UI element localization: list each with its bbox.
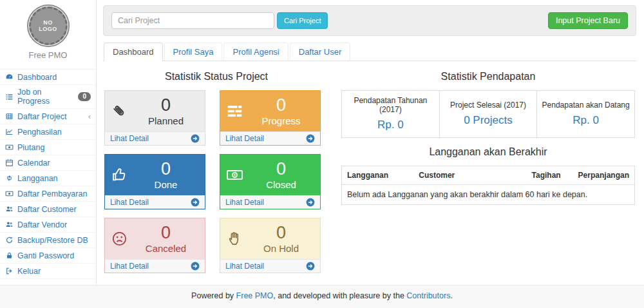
status-card-done: 0DoneLihat Detail (104, 154, 205, 209)
sidebar-item-ganti-password[interactable]: Ganti Password (0, 248, 96, 264)
banknote-icon (226, 166, 248, 184)
sidebar-item-piutang[interactable]: Piutang (0, 140, 96, 155)
sidebar-item-label: Daftar Vendor (17, 220, 67, 229)
search-input[interactable] (111, 12, 274, 29)
brand-logo: NO LOGO Free PMO (0, 0, 96, 65)
footer-text-prefix: Powered by (191, 291, 236, 300)
sign-out-icon (5, 267, 14, 275)
lihat-detail-link[interactable]: Lihat Detail (105, 195, 205, 209)
sidebar-item-langganan[interactable]: Langganan (0, 171, 96, 186)
sidebar-item-dashboard[interactable]: Dashboard (0, 70, 96, 85)
stat-label: Project Selesai (2017) (442, 101, 535, 110)
lihat-detail-label: Lihat Detail (225, 134, 264, 143)
page-footer: Powered by Free PMO, and developed with … (0, 285, 644, 308)
stat-label: Pendapatan Tahunan (2017) (345, 96, 437, 114)
thumbs-up-icon (111, 166, 133, 184)
sidebar-item-label: Job on Progress (17, 88, 74, 106)
sidebar-item-label: Daftar Customer (17, 205, 77, 214)
logo-text-line2: LOGO (39, 26, 57, 32)
arrow-circle-right-icon (191, 134, 200, 143)
no-logo-seal-icon: NO LOGO (29, 6, 68, 45)
status-card-planned: 0PlannedLihat Detail (104, 90, 205, 146)
dashboard-icon (5, 73, 14, 81)
tab-profil-saya[interactable]: Profil Saya (164, 43, 223, 61)
sidebar-item-label: Calendar (17, 159, 50, 168)
status-card-on-hold: 0On HoldLihat Detail (220, 218, 321, 273)
free-pmo-link[interactable]: Free PMO (236, 291, 274, 300)
lihat-detail-label: Lihat Detail (110, 262, 149, 271)
new-project-button[interactable]: Input Project Baru (548, 12, 628, 29)
card-body: 0On Hold (220, 218, 320, 259)
hand-icon (226, 230, 248, 247)
arrow-circle-right-icon (306, 134, 315, 143)
income-stat-pendapatan-tahunan-2017: Pendapatan Tahunan (2017)Rp. 0 (342, 91, 440, 138)
status-card-closed: 0ClosedLihat Detail (220, 154, 321, 209)
card-label: Planned (133, 115, 199, 126)
card-count: 0 (248, 224, 314, 242)
stat-value: Rp. 0 (345, 119, 437, 131)
lihat-detail-link[interactable]: Lihat Detail (220, 259, 320, 273)
sidebar-item-label: Penghasilan (17, 128, 62, 137)
contributors-link[interactable]: Contributors (406, 291, 450, 300)
calendar-icon (5, 159, 14, 167)
sidebar-item-label: Daftar Project (17, 112, 66, 121)
search-button[interactable]: Cari Project (277, 12, 328, 29)
arrow-circle-right-icon (191, 198, 200, 207)
footer-text-middle: , and developed with pleasure by the (273, 291, 406, 300)
arrow-circle-right-icon (191, 262, 200, 271)
arrow-circle-right-icon (306, 262, 315, 271)
sidebar: NO LOGO Free PMO DashboardJob on Progres… (0, 0, 97, 285)
lihat-detail-link[interactable]: Lihat Detail (220, 195, 320, 209)
tasks-icon (226, 102, 248, 120)
sidebar-item-daftar-pembayaran[interactable]: Daftar Pembayaran (0, 186, 96, 202)
table-icon (5, 112, 14, 120)
tab-profil-agensi[interactable]: Profil Agensi (223, 43, 288, 61)
sidebar-item-daftar-project[interactable]: Daftar Project‹ (0, 109, 96, 124)
arrow-circle-right-icon (306, 198, 315, 207)
sidebar-item-job-on-progress[interactable]: Job on Progress0 (0, 85, 96, 109)
sidebar-item-calendar[interactable]: Calendar (0, 155, 96, 171)
users-icon (5, 220, 14, 229)
sidebar-item-keluar[interactable]: Keluar (0, 264, 96, 279)
income-stats-table: Pendapatan Tahunan (2017)Rp. 0Project Se… (341, 90, 635, 138)
card-count: 0 (248, 160, 314, 178)
sidebar-item-backup-restore-db[interactable]: Backup/Restore DB (0, 233, 96, 248)
repeat-icon (5, 174, 14, 182)
income-section: Statistik Pendapatan Pendapatan Tahunan … (328, 63, 636, 273)
lihat-detail-link[interactable]: Lihat Detail (220, 131, 320, 145)
sidebar-menu: DashboardJob on Progress0Daftar Project‹… (0, 69, 96, 279)
income-stat-project-selesai-2017: Project Selesai (2017)0 Projects (439, 91, 537, 138)
card-body: 0Done (105, 155, 205, 195)
card-label: Done (133, 179, 199, 190)
card-body: 0Planned (105, 91, 205, 131)
users-icon (5, 205, 14, 213)
status-cards-grid: 0PlannedLihat Detail0ProgressLihat Detai… (104, 90, 328, 273)
footer-text-suffix: . (450, 291, 452, 300)
lihat-detail-link[interactable]: Lihat Detail (105, 131, 205, 145)
status-section: Statistik Status Project 0PlannedLihat D… (103, 63, 328, 273)
frown-icon (111, 230, 133, 247)
subscription-table: LanggananCustomerTagihanPerpanjangan Bel… (341, 166, 635, 205)
card-body: 0Closed (220, 155, 320, 195)
count-badge: 0 (78, 92, 91, 101)
status-card-canceled: 0CanceledLihat Detail (104, 218, 205, 273)
sidebar-item-penghasilan[interactable]: Penghasilan (0, 124, 96, 140)
income-stat-pendapatan-akan-datang: Pendapatan akan DatangRp. 0 (537, 91, 635, 138)
tab-daftar-user[interactable]: Daftar User (290, 43, 350, 61)
lihat-detail-link[interactable]: Lihat Detail (105, 259, 205, 273)
search-bar: Cari Project Input Project Baru (103, 5, 636, 36)
sidebar-item-daftar-customer[interactable]: Daftar Customer (0, 202, 96, 217)
column-header-tagihan: Tagihan (527, 166, 573, 185)
status-section-title: Statistik Status Project (104, 71, 328, 82)
column-header-customer: Customer (413, 166, 526, 185)
card-body: 0Canceled (105, 218, 205, 259)
lihat-detail-label: Lihat Detail (110, 198, 149, 207)
lihat-detail-label: Lihat Detail (225, 262, 264, 271)
tab-dashboard[interactable]: Dashboard (104, 43, 163, 61)
lihat-detail-label: Lihat Detail (225, 198, 264, 207)
card-label: On Hold (248, 243, 314, 254)
sidebar-item-label: Langganan (17, 174, 58, 183)
sidebar-item-daftar-vendor[interactable]: Daftar Vendor (0, 217, 96, 233)
refresh-icon (5, 236, 14, 244)
column-header-perpanjangan: Perpanjangan (573, 166, 635, 185)
